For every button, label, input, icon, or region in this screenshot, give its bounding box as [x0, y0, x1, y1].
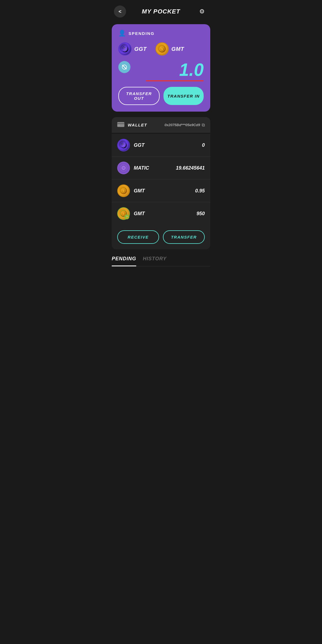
token-amount-gmt: 0.95	[195, 188, 205, 194]
header: < MY POCKET ⚙	[107, 0, 215, 22]
gmt-svg: $	[158, 45, 166, 53]
wallet-icon	[117, 121, 124, 128]
svg-rect-11	[118, 125, 120, 126]
svg-point-13	[122, 144, 124, 146]
svg-rect-10	[117, 123, 124, 124]
back-icon: <	[119, 9, 122, 15]
ggt-token-name: GGT	[134, 46, 147, 52]
token-name-gmt-locked: GMT	[134, 211, 197, 217]
wallet-card-icon	[117, 121, 124, 127]
spending-card: 👤 SPENDING	[112, 24, 210, 112]
wallet-buttons: RECEIVE TRANSFER	[112, 225, 210, 249]
spending-icon: 👤	[118, 30, 126, 37]
tabs-section: PENDING HISTORY	[112, 256, 210, 266]
transfer-out-button[interactable]: TRANSFER OUT	[118, 87, 160, 105]
transfer-in-button[interactable]: TRANSFER IN	[163, 87, 204, 105]
spending-buttons: TRANSFER OUT TRANSFER IN	[118, 87, 204, 105]
zero-amount-icon	[118, 61, 130, 73]
svg-text:$: $	[123, 189, 124, 192]
svg-text:$: $	[161, 48, 163, 51]
token-list: GGT 0 MATIC 19.66245641	[112, 134, 210, 225]
lock-badge: 🔒	[124, 214, 129, 219]
token-amount-matic: 19.66245641	[176, 165, 205, 171]
gmt-icon: $	[155, 42, 169, 56]
token-name-ggt: GGT	[134, 142, 202, 148]
back-button[interactable]: <	[114, 5, 126, 18]
list-item: $ GMT 0.95	[112, 179, 210, 202]
spending-token-gmt: $ GMT	[155, 42, 184, 56]
gmt-list-icon: $	[117, 184, 130, 197]
spending-label: SPENDING	[129, 31, 154, 36]
token-name-matic: MATIC	[134, 165, 176, 171]
gmt-locked-list-icon: $ 🔒	[117, 207, 130, 220]
ggt-list-icon	[117, 139, 130, 151]
wallet-address: 0x2075Bd***05e9Cd9	[165, 123, 200, 127]
svg-text:$: $	[123, 212, 124, 215]
gmt-balance-value: 1.0	[179, 61, 204, 79]
transfer-button[interactable]: TRANSFER	[163, 230, 205, 244]
list-item: MATIC 19.66245641	[112, 157, 210, 179]
wallet-label: WALLET	[128, 123, 147, 127]
tab-pending[interactable]: PENDING	[112, 256, 136, 266]
progress-bar	[146, 80, 204, 81]
matic-list-icon	[117, 162, 130, 174]
tab-history[interactable]: HISTORY	[143, 256, 167, 264]
gmt-amount-display: 1.0	[146, 61, 204, 81]
ggt-amount-display	[118, 61, 146, 73]
page-title: MY POCKET	[142, 8, 180, 15]
spending-token-ggt: GGT	[118, 42, 147, 56]
token-name-gmt: GMT	[134, 188, 195, 194]
gmt-token-name: GMT	[171, 46, 184, 52]
list-item: GGT 0	[112, 134, 210, 157]
wallet-section: WALLET 0x2075Bd***05e9Cd9 ⧉	[112, 117, 210, 133]
wallet-left: WALLET	[117, 121, 147, 128]
copy-address-button[interactable]: ⧉	[202, 123, 205, 128]
gear-icon: ⚙	[199, 8, 205, 15]
ggt-svg	[121, 45, 129, 53]
token-amount-gmt-locked: 950	[197, 211, 205, 217]
spending-header: 👤 SPENDING	[118, 30, 204, 37]
wallet-address-container: 0x2075Bd***05e9Cd9 ⧉	[165, 123, 205, 128]
receive-button[interactable]: RECEIVE	[117, 230, 159, 244]
list-item: $ 🔒 GMT 950	[112, 202, 210, 225]
svg-rect-9	[117, 122, 124, 127]
token-amount-ggt: 0	[202, 142, 205, 148]
ggt-icon	[118, 42, 132, 56]
settings-button[interactable]: ⚙	[196, 5, 208, 18]
spending-amounts: 1.0	[118, 61, 204, 81]
spending-tokens: GGT $ GMT	[118, 42, 204, 56]
